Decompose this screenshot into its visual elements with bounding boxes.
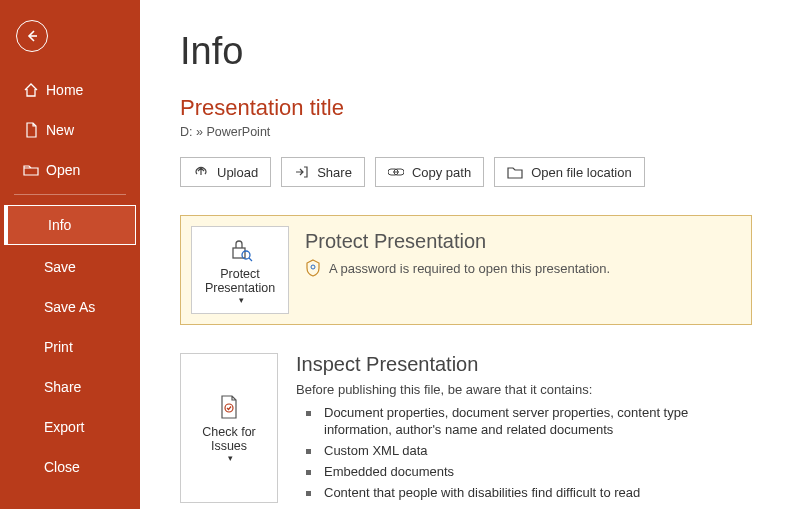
protect-panel-body: Protect Presentation A password is requi… (289, 226, 741, 314)
list-item: Document properties, document server pro… (316, 403, 752, 441)
page-title: Info (180, 30, 752, 73)
sidebar-item-open[interactable]: Open (0, 150, 140, 190)
copy-path-button[interactable]: Copy path (375, 157, 484, 187)
sidebar-item-close[interactable]: Close (0, 447, 140, 487)
sidebar-label: Share (44, 379, 81, 395)
sidebar-label: Print (44, 339, 73, 355)
svg-line-3 (249, 258, 252, 261)
inspect-section: Check for Issues ▾ Inspect Presentation … (180, 353, 752, 503)
sidebar-item-share[interactable]: Share (0, 367, 140, 407)
sidebar-label: Save As (44, 299, 95, 315)
security-icon (305, 259, 321, 277)
button-label: Open file location (531, 165, 631, 180)
sidebar-item-info[interactable]: Info (4, 205, 136, 245)
protect-note: A password is required to open this pres… (329, 261, 610, 276)
back-button[interactable] (16, 20, 48, 52)
link-icon (388, 166, 404, 178)
main-content: Info Presentation title D: » PowerPoint … (140, 0, 794, 509)
tile-label: Protect Presentation (196, 267, 284, 295)
list-item: Embedded documents (316, 462, 752, 483)
action-row: Upload Share Copy path Open file locatio… (180, 157, 752, 187)
upload-icon (193, 165, 209, 179)
folder-open-icon (22, 163, 40, 177)
tile-label: Check for Issues (185, 425, 273, 453)
protect-title: Protect Presentation (305, 230, 737, 253)
sidebar-label: Home (46, 82, 83, 98)
inspect-title: Inspect Presentation (296, 353, 752, 376)
inspect-lead: Before publishing this file, be aware th… (296, 382, 752, 397)
svg-point-2 (242, 251, 250, 259)
button-label: Upload (217, 165, 258, 180)
sidebar-separator (14, 194, 126, 195)
share-button[interactable]: Share (281, 157, 365, 187)
sidebar-label: Open (46, 162, 80, 178)
sidebar-item-new[interactable]: New (0, 110, 140, 150)
check-issues-tile[interactable]: Check for Issues ▾ (180, 353, 278, 503)
sidebar-label: New (46, 122, 74, 138)
chevron-down-icon: ▾ (228, 453, 233, 463)
inspect-list: Document properties, document server pro… (296, 403, 752, 503)
sidebar-label: Export (44, 419, 84, 435)
share-icon (294, 165, 309, 179)
back-arrow-icon (24, 28, 40, 44)
chevron-down-icon: ▾ (239, 295, 244, 305)
upload-button[interactable]: Upload (180, 157, 271, 187)
open-location-button[interactable]: Open file location (494, 157, 644, 187)
sidebar-item-print[interactable]: Print (0, 327, 140, 367)
inspect-body: Inspect Presentation Before publishing t… (278, 353, 752, 503)
sidebar-item-home[interactable]: Home (0, 70, 140, 110)
list-item: Custom XML data (316, 441, 752, 462)
document-icon (22, 122, 40, 138)
sidebar-item-save[interactable]: Save (0, 247, 140, 287)
home-icon (22, 82, 40, 98)
protect-presentation-tile[interactable]: Protect Presentation ▾ (191, 226, 289, 314)
lock-icon (227, 235, 253, 263)
backstage-sidebar: Home New Open Info Save Save As Print Sh… (0, 0, 140, 509)
sidebar-item-saveas[interactable]: Save As (0, 287, 140, 327)
document-path: D: » PowerPoint (180, 125, 752, 139)
button-label: Share (317, 165, 352, 180)
inspect-icon (217, 393, 241, 421)
sidebar-label: Info (48, 217, 71, 233)
folder-icon (507, 166, 523, 179)
sidebar-label: Save (44, 259, 76, 275)
document-title: Presentation title (180, 95, 752, 121)
protect-panel: Protect Presentation ▾ Protect Presentat… (180, 215, 752, 325)
button-label: Copy path (412, 165, 471, 180)
svg-point-4 (311, 265, 315, 269)
list-item: Content that people with disabilities fi… (316, 483, 752, 504)
sidebar-item-export[interactable]: Export (0, 407, 140, 447)
sidebar-label: Close (44, 459, 80, 475)
